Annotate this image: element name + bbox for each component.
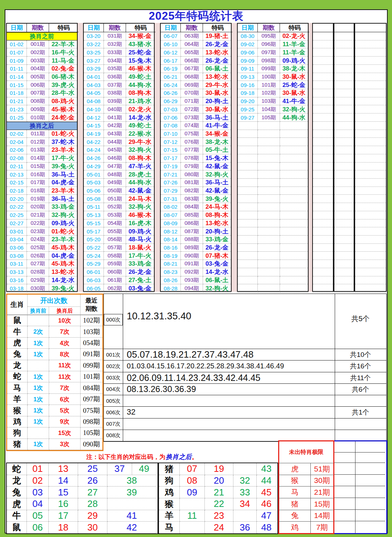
period-cell: 092期 — [181, 268, 203, 276]
period-cell — [258, 195, 280, 203]
special-code-cell: 28-牛-水 — [49, 89, 77, 97]
period-cell: 016期 — [27, 170, 49, 179]
period-cell: 061期 — [104, 276, 126, 285]
date-cell: 03-29 — [84, 65, 104, 73]
count-after: 6次 — [49, 394, 81, 405]
special-code-cell — [280, 130, 308, 138]
period-cell: 039期 — [104, 97, 126, 106]
special-code-cell: 03-兔-金 — [203, 260, 231, 268]
period-cell: 025期 — [27, 244, 49, 252]
special-code-cell: 15-兔-木 — [203, 154, 231, 163]
special-code-cell: 22-猴-水 — [126, 130, 154, 138]
number-cell: 21 — [205, 487, 233, 498]
period-cell — [258, 284, 280, 292]
date-cell: 04-26 — [84, 154, 104, 163]
special-code-cell: 01-蛇-火 — [49, 130, 77, 138]
count-before: 1次 — [28, 383, 49, 394]
period-cell: 008期 — [27, 97, 49, 106]
period-cell: 028期 — [27, 268, 49, 276]
special-code-cell: 33-鸡-金 — [126, 260, 154, 268]
special-code-cell: 30-鼠-水 — [203, 105, 231, 113]
limit-zodiac: 鸡 — [279, 521, 311, 533]
limit-period: 30期 — [311, 475, 333, 487]
date-cell: 01-11 — [7, 65, 27, 73]
count-label: 005次 — [104, 395, 123, 407]
count-label: 004次 — [104, 384, 123, 395]
note-prefix: 注：以下生肖的对应出码，为 — [86, 453, 165, 461]
date-cell: 07-12 — [161, 138, 181, 146]
zodiac-name: 牛 — [7, 326, 28, 337]
period-cell: 070期 — [181, 89, 203, 97]
period-cell — [258, 260, 280, 268]
date-cell: 01-18 — [7, 89, 27, 97]
number-cell: 03 — [27, 487, 49, 498]
limit-period: 15期 — [311, 498, 333, 510]
date-cell: 01-14 — [7, 73, 27, 81]
period-cell: 031期 — [104, 32, 126, 40]
special-code-cell: 26-龙-金 — [203, 40, 231, 49]
numbers-list: 08.13.26.30.36.39 — [127, 384, 196, 395]
empty-slot — [334, 170, 354, 179]
special-code-cell: 42-鼠-金 — [203, 163, 231, 171]
empty-notes-hline — [334, 498, 385, 498]
numbers-total — [335, 430, 386, 441]
count-after: 7次 — [49, 326, 81, 337]
empty-slot — [334, 105, 354, 113]
date-cell: 07-17 — [161, 154, 181, 163]
zodiac-cell: 狗 — [159, 475, 180, 487]
date-cell: 05-20 — [84, 236, 104, 244]
number-cell — [233, 510, 257, 522]
date-cell — [238, 187, 258, 195]
empty-slot — [313, 40, 333, 49]
special-code-cell: 26-龙-金 — [126, 268, 154, 276]
empty-slot — [355, 130, 386, 138]
date-cell: 07-10 — [161, 130, 181, 138]
special-code-cell: 13-蛇-水 — [203, 219, 231, 228]
empty-slot — [355, 97, 386, 106]
numbers-total: 共1个 — [335, 407, 386, 418]
count-before — [28, 360, 49, 371]
empty-slot — [334, 260, 354, 268]
period-cell: 022期 — [27, 219, 49, 228]
empty-notes-hline — [334, 452, 385, 453]
period-cell: 059期 — [104, 260, 126, 268]
period-cell: 019期 — [27, 195, 49, 203]
number-cell: 19 — [205, 463, 233, 475]
zodiac-name: 猴 — [7, 405, 28, 416]
empty-slot — [355, 244, 386, 252]
empty-slot — [355, 138, 386, 146]
empty-slot — [334, 284, 354, 292]
period-cell: 002期 — [27, 48, 49, 57]
date-cell: 04-10 — [84, 105, 104, 113]
date-cell — [238, 268, 258, 276]
date-cell: 08-19 — [161, 252, 181, 260]
period-cell: 077期 — [181, 146, 203, 154]
special-header: 特码 — [49, 24, 78, 32]
number-cell: 02 — [27, 475, 49, 487]
empty-slot — [355, 260, 386, 268]
count-row-001次: 001次05.07.18.19.21.27.37.43.47.48共10个 — [104, 349, 386, 361]
date-cell — [238, 146, 258, 154]
period-cell: 049期 — [104, 179, 126, 187]
date-cell: 02-18 — [7, 187, 27, 195]
special-code-cell: 09-鸡-火 — [49, 219, 77, 228]
date-cell: 07-31 — [161, 195, 181, 203]
empty-slot — [334, 40, 354, 49]
date-cell: 02-02 — [7, 130, 27, 138]
date-cell: 02-11 — [7, 163, 27, 171]
special-code-cell: 14-龙-水 — [203, 268, 231, 276]
special-code-cell: 03-兔-金 — [126, 284, 154, 292]
empty-slot — [334, 122, 354, 130]
count-before: 1次 — [28, 439, 49, 450]
empty-slot — [313, 113, 333, 122]
number-cell: 43 — [257, 463, 276, 475]
empty-notes-hline — [334, 486, 385, 486]
special-code-cell — [280, 284, 308, 292]
date-cell: 01-21 — [7, 97, 27, 106]
date-cell: 06-21 — [161, 73, 181, 81]
number-cell: 46 — [257, 498, 276, 510]
count-after: 9次 — [49, 416, 81, 427]
date-cell: 08-02 — [161, 203, 181, 211]
special-code-cell: 08-鸡-火 — [49, 97, 77, 106]
special-header: 特码 — [203, 24, 232, 32]
